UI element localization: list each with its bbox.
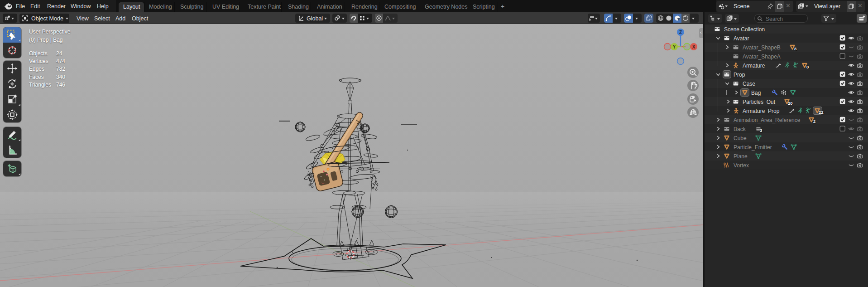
svg-text:X: X [692, 44, 695, 49]
svg-text:Z: Z [679, 30, 682, 35]
svg-text:Y: Y [673, 44, 676, 49]
